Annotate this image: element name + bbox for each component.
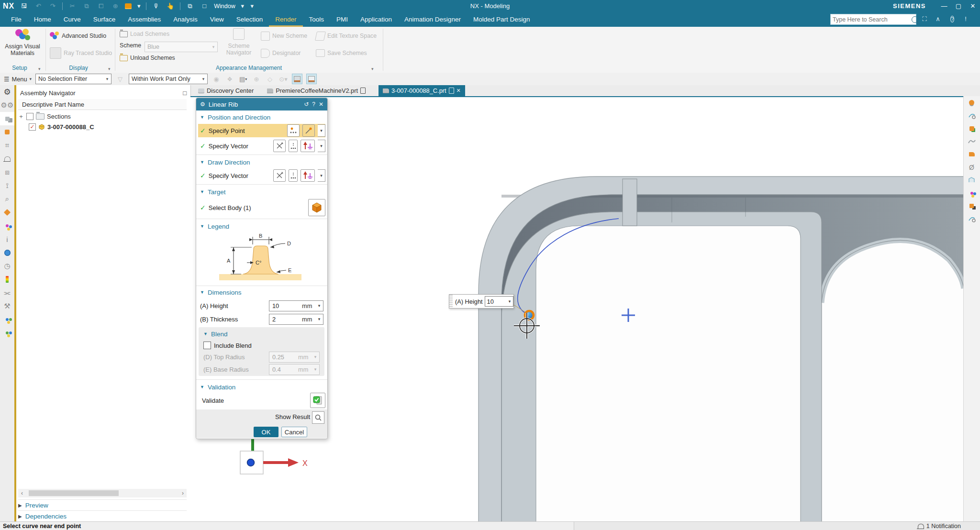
material-in-view-icon[interactable] (964, 96, 980, 109)
selection-filter-combo[interactable]: No Selection Filter▾ (35, 74, 111, 84)
inferred-vector-icon[interactable] (301, 169, 315, 182)
surface-icon[interactable] (964, 135, 980, 148)
menu-surface[interactable]: Surface (87, 12, 122, 27)
close-tab-icon[interactable]: ✕ (457, 88, 461, 94)
menu-pmi[interactable]: PMI (330, 12, 354, 27)
horizontal-scrollbar[interactable]: ‹ › (18, 489, 187, 497)
tab-discovery-center[interactable]: Discovery Center (194, 85, 258, 96)
cancel-button[interactable]: Cancel (281, 427, 307, 437)
ok-button[interactable]: OK (254, 427, 278, 437)
menu-button[interactable]: ☰ Menu ▾ (4, 76, 32, 83)
height-field[interactable]: 10 ▾ (485, 296, 513, 307)
menu-application[interactable]: Application (354, 12, 398, 27)
knowledge-fusion-icon[interactable] (0, 206, 14, 219)
snap-enable-icon[interactable]: ⊕ (252, 74, 261, 84)
snap-point-icon[interactable]: ❖ (225, 74, 234, 84)
include-blend-row[interactable]: Include Blend (203, 340, 320, 351)
menu-home[interactable]: Home (28, 12, 57, 27)
ray-traced-studio-button[interactable]: Ray Traced Studio (50, 48, 112, 58)
assign-visual-materials-button[interactable]: Assign Visual Materials (3, 28, 42, 64)
menu-molded-part-design[interactable]: Molded Part Design (467, 12, 536, 27)
tab-premiere-coffee-machine[interactable]: PremiereCoffeeMachineV2.prt (263, 85, 370, 96)
vector-dialog-icon[interactable] (273, 169, 286, 182)
visual-reports-icon[interactable] (0, 273, 14, 286)
unit-dropdown-icon[interactable]: ▾ (315, 317, 323, 321)
snap-center-icon[interactable]: ⊙▾ (278, 74, 288, 84)
visual-material-icon[interactable] (125, 3, 132, 9)
height-input[interactable]: 10 mm ▾ (269, 300, 323, 311)
touch-mode-icon[interactable]: 👆 (166, 2, 175, 10)
save-schemes-button[interactable]: Save Schemes (316, 48, 367, 58)
sketch-tools-icon[interactable] (964, 212, 980, 225)
section-position-direction[interactable]: ▼Position and Direction (200, 112, 270, 122)
find-icon[interactable]: ⊕ (111, 2, 120, 10)
process-studio-icon[interactable] (0, 219, 14, 232)
inferred-vector-icon[interactable] (301, 140, 315, 152)
model-opening-left[interactable] (536, 226, 801, 521)
point-options-dropdown-icon[interactable]: ▾ (318, 124, 325, 137)
command-search[interactable] (830, 14, 916, 25)
scheme-combo[interactable]: Blue▾ (145, 42, 218, 52)
section-validation[interactable]: ▼Validation (200, 382, 235, 392)
thickness-input[interactable]: 2 mm ▾ (269, 314, 323, 325)
menu-file[interactable]: File (5, 12, 28, 27)
fullscreen-icon[interactable]: ⛶ (919, 14, 930, 24)
menu-selection[interactable]: Selection (230, 12, 269, 27)
search-icon[interactable] (912, 16, 918, 23)
tab-3-007-000088-c[interactable]: 3-007-000088_C.prt ✕ (379, 85, 465, 96)
scheme-navigator-button[interactable]: Scheme Navigator (221, 28, 256, 64)
checkbox-checked[interactable]: ✓ (29, 123, 36, 131)
render-set-1-icon[interactable] (0, 313, 14, 326)
menu-analysis[interactable]: Analysis (167, 12, 203, 27)
command-finder-icon[interactable]: ! (960, 14, 971, 24)
voice-command-icon[interactable]: 🎙 (151, 2, 161, 10)
dialog-header[interactable]: ⚙ Linear Rib ↺ ? ✕ (196, 98, 327, 110)
draw-specify-vector-row[interactable]: ✓ Specify Vector ▾ (198, 169, 325, 182)
visual-effects-icon[interactable] (964, 187, 980, 199)
validate-button[interactable] (310, 393, 325, 408)
hd3d-tools-icon[interactable]: ⧈ (0, 166, 14, 179)
window-menu[interactable]: Window (214, 3, 235, 10)
material-dropdown-icon[interactable]: ▾ (136, 2, 141, 10)
paste-icon[interactable]: ⧠ (96, 2, 106, 10)
minimize-button[interactable]: — (937, 0, 951, 12)
snap-midpoint-icon[interactable]: ◇ (265, 74, 275, 84)
menu-assemblies[interactable]: Assemblies (122, 12, 167, 27)
checkbox-unchecked[interactable] (26, 113, 33, 120)
point-dialog-icon[interactable] (287, 124, 300, 137)
new-scheme-button[interactable]: New Scheme (261, 31, 307, 41)
snap-filter-icon[interactable]: ▽ (115, 74, 125, 84)
column-header[interactable]: Descriptive Part Name (18, 99, 187, 110)
height-dropdown-icon[interactable]: ▾ (506, 299, 513, 304)
top-radius-input[interactable]: 0.25 mm ▾ (269, 352, 320, 363)
window-dropdown-icon[interactable]: ▾ (240, 2, 245, 10)
expand-icon[interactable]: + (18, 113, 24, 120)
selected-body-icon[interactable] (308, 199, 325, 216)
select-body-row[interactable]: ✓ Select Body (1) (198, 199, 325, 217)
draw-vector-dropdown-icon[interactable]: ▾ (318, 169, 325, 182)
cut-icon[interactable]: ✂ (67, 2, 77, 10)
dialog-close-icon[interactable]: ✕ (319, 101, 323, 108)
roles-icon[interactable]: ⚙⚙ (0, 99, 14, 112)
body-check-icon[interactable] (964, 122, 980, 135)
save-icon[interactable]: 🖫 (19, 2, 29, 10)
checkered-cube-icon[interactable] (964, 199, 980, 212)
section-legend[interactable]: ▼Legend (200, 221, 229, 231)
dependencies-section[interactable]: ▶Dependencies (18, 510, 187, 521)
base-radius-input[interactable]: 0.4 mm ▾ (269, 364, 320, 375)
selection-scope-combo[interactable]: Within Work Part Only▾ (129, 74, 208, 84)
shaded-view-icon[interactable] (292, 74, 302, 84)
menu-render[interactable]: Render (269, 12, 302, 27)
undo-icon[interactable]: ↶ (33, 2, 43, 10)
vector-dialog-icon[interactable] (273, 140, 286, 152)
measure-icon[interactable]: ⟟ (0, 179, 14, 192)
specify-vector-row[interactable]: ✓ Specify Vector ▾ (198, 139, 325, 153)
scrollbar-thumb[interactable] (29, 490, 119, 496)
highlight-icon[interactable]: ◉ (212, 74, 221, 84)
graphics-window[interactable]: X (A) Height 10 ▾ ⚙ Linear Rib ↺ ? ✕ ▼Po… (190, 96, 964, 521)
menu-tools[interactable]: Tools (303, 12, 331, 27)
web-browser-icon[interactable] (0, 246, 14, 259)
motion-tools-icon[interactable]: ⫘ (0, 286, 14, 299)
tree-row-sections[interactable]: + Sections (18, 111, 187, 121)
specify-point-row[interactable]: ✓ Specify Point ▾ (198, 124, 325, 137)
